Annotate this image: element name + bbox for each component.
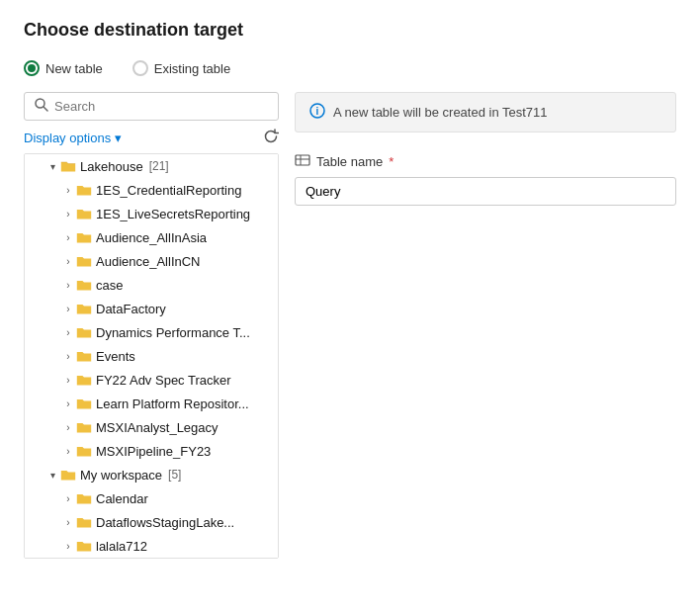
required-indicator: * — [389, 154, 394, 169]
chevron-right-icon: › — [60, 253, 76, 269]
tree-item-lalala[interactable]: › lalala712 — [25, 534, 278, 558]
info-icon: i — [309, 103, 325, 122]
folder-icon — [76, 349, 92, 363]
radio-circle-existing — [132, 60, 148, 76]
folder-icon — [60, 159, 76, 173]
table-name-label: Table name * — [295, 152, 676, 171]
item-label: DataFactory — [96, 302, 166, 316]
radio-new-table[interactable]: New table — [24, 60, 103, 76]
page-container: Choose destination target New table Exis… — [0, 0, 700, 616]
search-icon — [35, 98, 48, 115]
chevron-right-icon: › — [60, 443, 76, 459]
tree-item[interactable]: › Events — [25, 344, 278, 368]
info-banner: i A new table will be created in Test711 — [295, 92, 676, 132]
tree-item[interactable]: › Audience_AllInAsia — [25, 225, 278, 249]
tree-item[interactable]: › Learn Platform Repositor... — [25, 392, 278, 415]
radio-new-table-label: New table — [45, 61, 103, 76]
radio-existing-table[interactable]: Existing table — [132, 60, 230, 76]
right-panel: i A new table will be created in Test711… — [295, 92, 676, 559]
folder-icon — [60, 468, 76, 482]
svg-text:i: i — [316, 106, 319, 117]
radio-group: New table Existing table — [24, 60, 676, 76]
tree-item-dataflows[interactable]: › DataflowsStagingLake... — [25, 510, 278, 534]
item-label: Audience_AllInCN — [96, 254, 201, 269]
table-name-icon — [295, 152, 310, 171]
folder-icon — [76, 491, 92, 505]
item-label: FY22 Adv Spec Tracker — [96, 373, 231, 388]
chevron-right-icon: › — [60, 277, 76, 293]
svg-rect-4 — [296, 155, 309, 165]
item-label: MSXIAnalyst_Legacy — [96, 420, 219, 435]
item-label: case — [96, 278, 123, 293]
folder-icon — [76, 515, 92, 529]
folder-icon — [76, 230, 92, 244]
chevron-right-icon: › — [60, 206, 76, 221]
item-label: Calendar — [96, 491, 148, 506]
chevron-right-icon: › — [60, 182, 76, 198]
item-label: 1ES_CredentialReporting — [96, 183, 241, 198]
folder-icon — [76, 207, 92, 220]
item-label: DataflowsStagingLake... — [96, 515, 234, 530]
folder-icon — [76, 302, 92, 315]
tree-item-calendar[interactable]: › Calendar — [25, 486, 278, 510]
chevron-right-icon: › — [60, 301, 76, 316]
tree-item[interactable]: › Dynamics Performance T... — [25, 320, 278, 344]
tree-item-my-workspace[interactable]: ▾ My workspace [5] — [25, 463, 278, 486]
folder-icon — [76, 396, 92, 410]
folder-icon — [76, 539, 92, 553]
info-banner-text: A new table will be created in Test711 — [333, 105, 548, 120]
item-label: Learn Platform Repositor... — [96, 396, 249, 411]
tree-item[interactable]: › MSXIPipeline_FY23 — [25, 439, 278, 463]
refresh-button[interactable] — [263, 129, 279, 147]
tree-container[interactable]: ▾ Lakehouse [21] › 1ES_CredentialReporti… — [24, 153, 279, 559]
tree-item[interactable]: › 1ES_LiveSecretsReporting — [25, 202, 278, 225]
folder-icon — [76, 254, 92, 268]
tree-item[interactable]: › FY22 Adv Spec Tracker — [25, 368, 278, 392]
chevron-right-icon: › — [60, 538, 76, 554]
display-options-row: Display options ▾ — [24, 129, 279, 147]
tree-item[interactable]: › MSXIAnalyst_Legacy — [25, 415, 278, 439]
radio-existing-table-label: Existing table — [154, 61, 230, 76]
chevron-right-icon: › — [60, 229, 76, 245]
folder-icon — [76, 325, 92, 339]
page-title: Choose destination target — [24, 20, 676, 41]
tree-item[interactable]: › case — [25, 273, 278, 297]
folder-icon — [76, 373, 92, 387]
tree-item-test711[interactable]: › Test711 — [25, 558, 278, 559]
search-box[interactable] — [24, 92, 279, 121]
chevron-right-icon: › — [60, 490, 76, 506]
item-label: Dynamics Performance T... — [96, 325, 250, 340]
tree-item[interactable]: › 1ES_CredentialReporting — [25, 178, 278, 202]
item-label: Audience_AllInAsia — [96, 230, 207, 245]
lakehouse-count: [21] — [149, 159, 169, 173]
chevron-down-icon: ▾ — [44, 467, 60, 483]
tree-item[interactable]: › DataFactory — [25, 297, 278, 320]
tree-item-lakehouse[interactable]: ▾ Lakehouse [21] — [25, 154, 278, 178]
tree-item[interactable]: › Audience_AllInCN — [25, 249, 278, 273]
radio-circle-new — [24, 60, 40, 76]
my-workspace-count: [5] — [168, 468, 181, 482]
svg-line-1 — [44, 107, 47, 111]
display-options-toggle[interactable]: Display options ▾ — [24, 131, 122, 145]
item-label: MSXIPipeline_FY23 — [96, 444, 211, 459]
chevron-right-icon: › — [60, 324, 76, 340]
chevron-right-icon: › — [60, 348, 76, 364]
chevron-right-icon: › — [60, 372, 76, 388]
item-label: Events — [96, 349, 135, 364]
chevron-down-icon: ▾ — [44, 158, 60, 174]
folder-icon — [76, 444, 92, 458]
chevron-right-icon: › — [60, 514, 76, 530]
item-label: 1ES_LiveSecretsReporting — [96, 207, 250, 221]
table-name-input[interactable] — [295, 177, 676, 206]
folder-icon — [76, 420, 92, 434]
search-input[interactable] — [54, 99, 268, 114]
left-panel: Display options ▾ ▾ — [24, 92, 279, 559]
folder-icon — [76, 183, 92, 197]
folder-icon — [76, 278, 92, 292]
my-workspace-label: My workspace — [80, 468, 162, 483]
table-name-field-label: Table name — [316, 154, 383, 169]
chevron-right-icon: › — [60, 419, 76, 435]
main-layout: Display options ▾ ▾ — [24, 92, 676, 559]
chevron-right-icon: › — [60, 396, 76, 411]
chevron-down-icon: ▾ — [115, 131, 122, 145]
